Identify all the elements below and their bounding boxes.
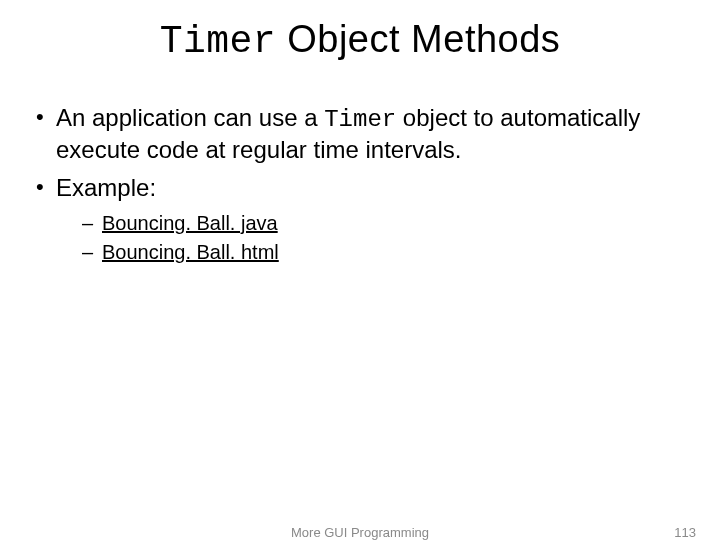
bullet1-pre: An application can use a [56, 104, 324, 131]
page-number: 113 [674, 525, 696, 540]
bullet-item-2: Example: Bouncing. Ball. java Bouncing. … [30, 173, 690, 265]
bullet-list: An application can use a Timer object to… [30, 103, 690, 265]
body: An application can use a Timer object to… [30, 103, 690, 265]
page-title: Timer Object Methods [0, 18, 720, 63]
example-links: Bouncing. Ball. java Bouncing. Ball. htm… [80, 211, 690, 265]
list-item: Bouncing. Ball. java [80, 211, 690, 236]
slide: Timer Object Methods An application can … [0, 18, 720, 540]
bullet-item-1: An application can use a Timer object to… [30, 103, 690, 165]
bullet2-text: Example: [56, 174, 156, 201]
footer-label: More GUI Programming [0, 525, 720, 540]
title-code: Timer [160, 20, 277, 63]
list-item: Bouncing. Ball. html [80, 240, 690, 265]
title-rest: Object Methods [276, 18, 560, 60]
link-bouncing-ball-java[interactable]: Bouncing. Ball. java [102, 212, 278, 234]
bullet1-code: Timer [324, 106, 396, 133]
link-bouncing-ball-html[interactable]: Bouncing. Ball. html [102, 241, 279, 263]
